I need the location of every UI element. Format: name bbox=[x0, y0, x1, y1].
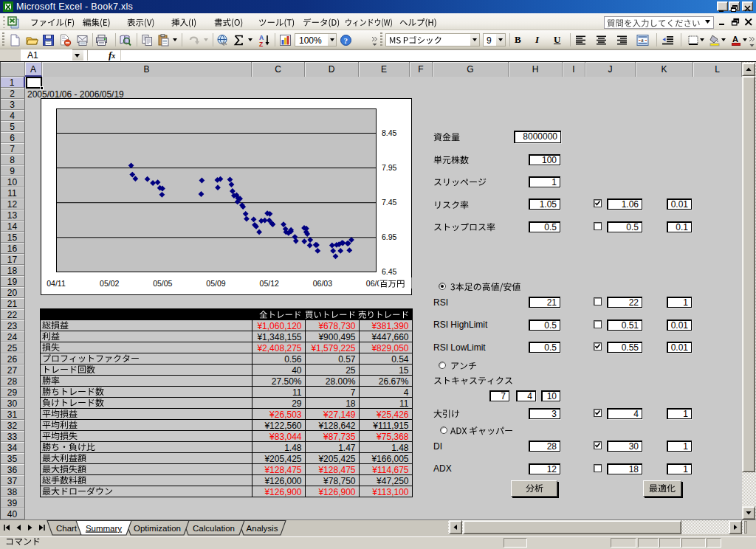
svg-text:05/05: 05/05 bbox=[153, 279, 172, 288]
svg-text:6.95: 6.95 bbox=[382, 232, 397, 241]
svg-text:A: A bbox=[732, 35, 738, 44]
svg-text:Calculation: Calculation bbox=[193, 524, 235, 533]
svg-text:05/02: 05/02 bbox=[100, 279, 119, 288]
svg-text:8.45: 8.45 bbox=[382, 128, 397, 137]
svg-text:05/12: 05/12 bbox=[260, 279, 279, 288]
svg-text:06/03: 06/03 bbox=[313, 279, 332, 288]
svg-text:7.95: 7.95 bbox=[382, 163, 397, 172]
svg-text:Chart: Chart bbox=[56, 524, 78, 533]
svg-text:Summary: Summary bbox=[86, 524, 122, 533]
svg-text:?: ? bbox=[344, 35, 348, 44]
svg-text:04/11: 04/11 bbox=[47, 279, 66, 288]
svg-text:Z: Z bbox=[259, 40, 263, 46]
svg-text:Analysis: Analysis bbox=[247, 524, 278, 533]
svg-text:7.45: 7.45 bbox=[382, 198, 397, 207]
svg-text:6.45: 6.45 bbox=[382, 267, 397, 276]
svg-text:Optimization: Optimization bbox=[134, 524, 181, 533]
svg-text:05/09: 05/09 bbox=[206, 279, 225, 288]
